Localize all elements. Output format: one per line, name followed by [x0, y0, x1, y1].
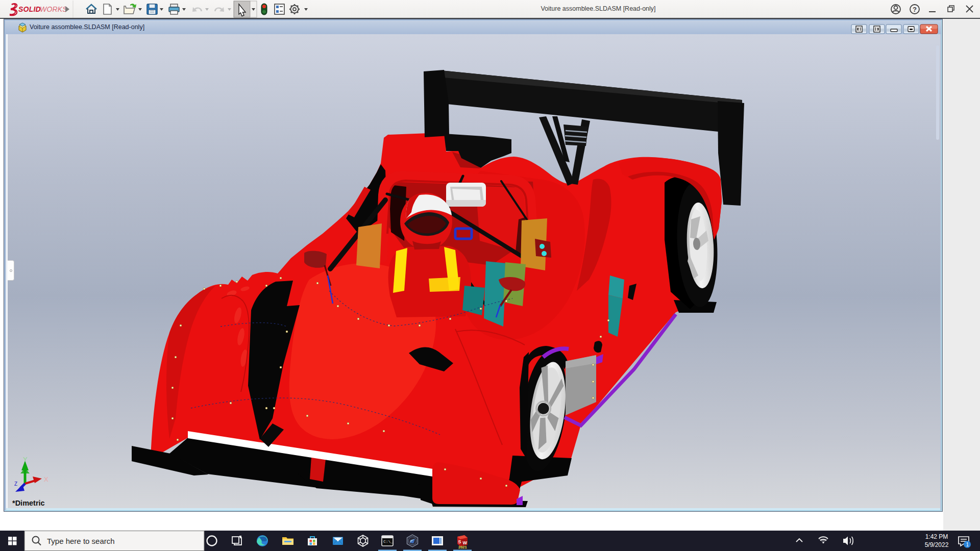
svg-text:S: S [458, 539, 461, 544]
svg-text:1: 1 [966, 542, 969, 547]
svg-text:Type here to search: Type here to search [47, 537, 115, 545]
svg-text:Z: Z [14, 481, 17, 487]
svg-text:2021: 2021 [458, 545, 467, 549]
svg-text:*Dimetric: *Dimetric [12, 499, 45, 507]
svg-text:X: X [44, 475, 48, 483]
svg-text:C:\_: C:\_ [383, 539, 393, 544]
svg-text:WORKS: WORKS [40, 5, 67, 13]
svg-text:?: ? [913, 6, 917, 13]
svg-text:SOLID: SOLID [18, 5, 41, 13]
svg-text:Y: Y [23, 456, 28, 463]
